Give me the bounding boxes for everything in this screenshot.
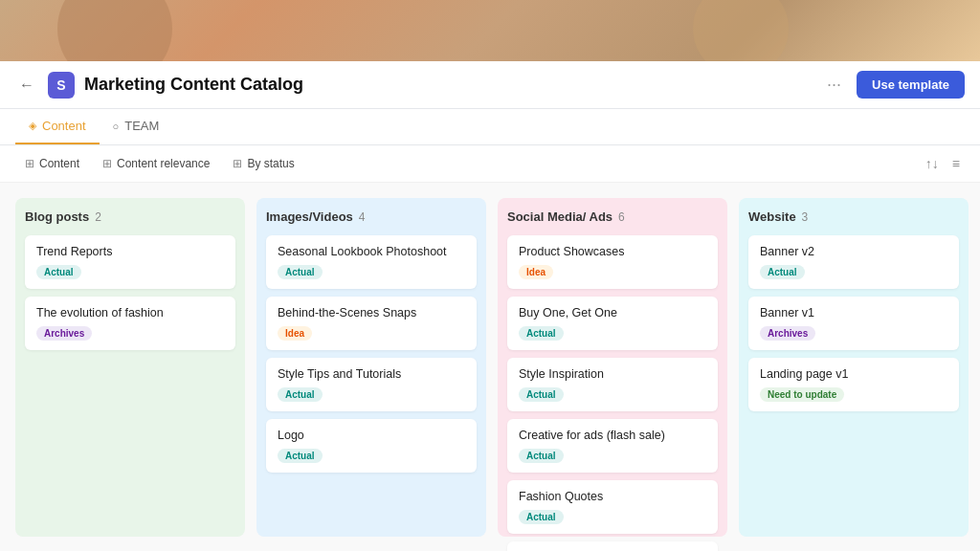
card-title: Buy One, Get One (519, 306, 706, 320)
tab-content[interactable]: ◈ Content (15, 109, 100, 144)
table-row[interactable]: Buy One, Get One Actual (507, 297, 718, 350)
content-view-label: Content (39, 157, 79, 170)
status-badge: Actual (519, 387, 564, 402)
card-title: Trend Reports (36, 245, 224, 258)
tab-content-label: Content (42, 119, 86, 133)
tab-team-label: TEAM (124, 119, 159, 133)
card-title: Fashion Quotes (519, 490, 706, 503)
table-row[interactable]: Banner v2 Actual (748, 235, 959, 289)
tab-team[interactable]: ○ TEAM (100, 109, 173, 144)
table-row[interactable]: Trend Reports Actual (25, 235, 235, 289)
team-tab-icon: ○ (113, 121, 120, 132)
status-badge: Idea (519, 265, 553, 279)
app-icon: S (48, 72, 75, 99)
tabs-bar: ◈ Content ○ TEAM (0, 109, 980, 145)
table-row[interactable]: Seasonal Lookbook Photoshoot Actual (266, 235, 477, 289)
column-count: 2 (95, 210, 101, 224)
content-tab-icon: ◈ (29, 120, 36, 132)
card-title: Banner v2 (760, 245, 947, 258)
column-header-website: Website 3 (748, 209, 959, 224)
status-badge: Actual (278, 387, 323, 402)
status-badge: Archives (760, 326, 815, 341)
status-badge: Actual (760, 265, 805, 279)
status-badge: Need to update (760, 387, 844, 402)
column-header-blog-posts: Blog posts 2 (25, 209, 235, 224)
status-view-button[interactable]: ⊞ By status (223, 153, 303, 174)
board-container: Blog posts 2 Trend Reports Actual The ev… (0, 183, 980, 551)
relevance-view-icon: ⊞ (102, 157, 112, 170)
content-view-button[interactable]: ⊞ Content (15, 153, 89, 174)
column-title: Blog posts (25, 209, 89, 224)
back-button[interactable]: ← (15, 75, 38, 96)
column-social-media-ads: Social Media/ Ads 6 Product Showcases Id… (498, 198, 727, 537)
table-row[interactable]: Mystery Discounts Idea (507, 541, 718, 551)
column-blog-posts: Blog posts 2 Trend Reports Actual The ev… (15, 198, 245, 537)
status-badge: Actual (278, 265, 323, 279)
status-badge: Actual (36, 265, 81, 279)
table-row[interactable]: Product Showcases Idea (507, 235, 718, 289)
relevance-view-button[interactable]: ⊞ Content relevance (93, 153, 219, 174)
card-title: Banner v1 (760, 306, 947, 320)
filter-button[interactable]: ≡ (947, 153, 965, 174)
card-title: Landing page v1 (760, 367, 947, 381)
card-title: Style Inspiration (519, 367, 706, 381)
table-row[interactable]: Fashion Quotes Actual (507, 480, 718, 534)
column-header-images-videos: Images/Videos 4 (266, 209, 477, 224)
status-badge: Actual (519, 326, 564, 341)
topbar: ← S Marketing Content Catalog ··· Use te… (0, 61, 980, 109)
column-count: 4 (359, 210, 366, 224)
view-bar: ⊞ Content ⊞ Content relevance ⊞ By statu… (0, 145, 980, 183)
status-badge: Archives (36, 326, 92, 341)
column-count: 3 (802, 210, 809, 224)
status-view-label: By status (247, 157, 294, 170)
status-badge: Idea (278, 326, 312, 341)
relevance-view-label: Content relevance (117, 157, 210, 170)
status-view-icon: ⊞ (233, 157, 242, 170)
header-banner (0, 0, 980, 61)
card-title: The evolution of fashion (36, 306, 224, 320)
table-row[interactable]: Creative for ads (flash sale) Actual (507, 419, 718, 473)
column-count: 6 (618, 210, 625, 224)
card-title: Creative for ads (flash sale) (519, 429, 706, 442)
table-row[interactable]: Behind-the-Scenes Snaps Idea (266, 297, 477, 350)
sort-button[interactable]: ↑↓ (921, 153, 944, 174)
table-row[interactable]: Style Inspiration Actual (507, 358, 718, 411)
column-title: Social Media/ Ads (507, 209, 612, 224)
use-template-button[interactable]: Use template (857, 71, 965, 99)
table-row[interactable]: Logo Actual (266, 419, 477, 473)
column-title: Website (748, 209, 796, 224)
card-title: Behind-the-Scenes Snaps (278, 306, 465, 320)
status-badge: Actual (519, 449, 564, 463)
column-website: Website 3 Banner v2 Actual Banner v1 Arc… (739, 198, 969, 537)
page-title: Marketing Content Catalog (84, 75, 812, 95)
table-row[interactable]: Landing page v1 Need to update (748, 358, 959, 411)
table-row[interactable]: Banner v1 Archives (748, 297, 959, 350)
card-title: Logo (278, 429, 465, 442)
column-title: Images/Videos (266, 209, 353, 224)
content-view-icon: ⊞ (25, 157, 34, 170)
card-title: Style Tips and Tutorials (278, 367, 465, 381)
column-images-videos: Images/Videos 4 Seasonal Lookbook Photos… (256, 198, 486, 537)
table-row[interactable]: The evolution of fashion Archives (25, 297, 235, 350)
card-title: Product Showcases (519, 245, 706, 258)
more-button[interactable]: ··· (821, 73, 847, 97)
status-badge: Actual (278, 449, 323, 463)
status-badge: Actual (519, 510, 564, 524)
card-title: Seasonal Lookbook Photoshoot (278, 245, 465, 258)
table-row[interactable]: Style Tips and Tutorials Actual (266, 358, 477, 411)
column-header-social-media-ads: Social Media/ Ads 6 (507, 209, 718, 224)
